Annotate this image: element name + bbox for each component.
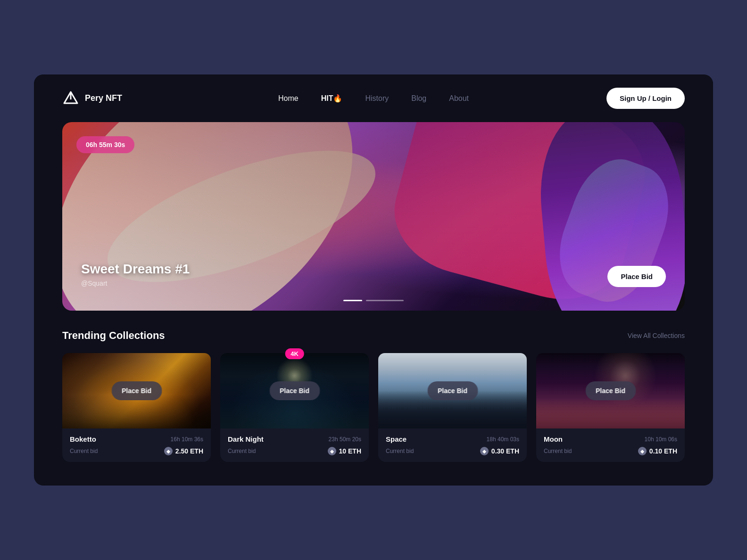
logo-text: Pery NFT xyxy=(85,93,122,103)
boketto-bid-value: ◆ 2.50 ETH xyxy=(164,447,203,455)
moon-card-info: Moon 10h 10m 06s Current bid ◆ 0.10 ETH xyxy=(536,428,685,462)
logo-area: Pery NFT xyxy=(62,90,122,107)
space-row2: Current bid ◆ 0.30 ETH xyxy=(386,447,519,455)
darknight-bid-label: Current bid xyxy=(228,448,256,454)
card-image-space: Place Bid xyxy=(378,353,527,428)
cards-grid: Place Bid Boketto 16h 10m 36s Current bi… xyxy=(62,353,685,462)
moon-eth-icon: ◆ xyxy=(638,447,647,455)
card-darknight: 4K Place Bid Dark Night 23h 50m 20s Curr… xyxy=(220,353,369,462)
trending-title: Trending Collections xyxy=(62,329,165,342)
card-image-boketto: Place Bid xyxy=(62,353,211,428)
nav-item-history[interactable]: History xyxy=(365,94,389,103)
darknight-place-bid-button[interactable]: Place Bid xyxy=(269,381,320,400)
hero-dot-1[interactable] xyxy=(343,300,362,301)
nav-item-blog[interactable]: Blog xyxy=(411,94,426,103)
hero-content: Sweet Dreams #1 @Squart xyxy=(81,262,190,287)
nav-item-hit[interactable]: HIT🔥 xyxy=(321,94,343,103)
space-place-bid-button[interactable]: Place Bid xyxy=(427,381,478,400)
space-name: Space xyxy=(386,435,407,443)
hero-dots xyxy=(343,300,404,301)
space-bid-label: Current bid xyxy=(386,448,414,454)
hero-timer: 06h 55m 30s xyxy=(76,136,134,153)
card-moon: Place Bid Moon 10h 10m 06s Current bid ◆… xyxy=(536,353,685,462)
boketto-row1: Boketto 16h 10m 36s xyxy=(70,435,203,443)
darknight-row2: Current bid ◆ 10 ETH xyxy=(228,447,361,455)
card-image-darknight: Place Bid xyxy=(220,353,369,428)
moon-row1: Moon 10h 10m 06s xyxy=(544,435,677,443)
moon-timer: 10h 10m 06s xyxy=(645,436,677,443)
moon-row2: Current bid ◆ 0.10 ETH xyxy=(544,447,677,455)
space-card-info: Space 18h 40m 03s Current bid ◆ 0.30 ETH xyxy=(378,428,527,462)
darknight-bid-value: ◆ 10 ETH xyxy=(328,447,361,455)
trending-header: Trending Collections View All Collection… xyxy=(62,329,685,342)
card-boketto: Place Bid Boketto 16h 10m 36s Current bi… xyxy=(62,353,211,462)
hero-author: @Squart xyxy=(81,280,190,287)
space-bid-value: ◆ 0.30 ETH xyxy=(480,447,519,455)
boketto-card-info: Boketto 16h 10m 36s Current bid ◆ 2.50 E… xyxy=(62,428,211,462)
nav-item-about[interactable]: About xyxy=(449,94,469,103)
darknight-timer: 23h 50m 20s xyxy=(329,436,361,443)
darknight-name: Dark Night xyxy=(228,435,264,443)
moon-bid-value: ◆ 0.10 ETH xyxy=(638,447,677,455)
nav: Home HIT🔥 History Blog About xyxy=(278,94,469,103)
nav-item-home[interactable]: Home xyxy=(278,94,299,103)
space-timer: 18h 40m 03s xyxy=(487,436,519,443)
hero-title: Sweet Dreams #1 xyxy=(81,262,190,277)
boketto-bid-amount: 2.50 ETH xyxy=(175,447,203,455)
space-row1: Space 18h 40m 03s xyxy=(386,435,519,443)
header: Pery NFT Home HIT🔥 History Blog About Si… xyxy=(34,74,713,122)
signup-button[interactable]: Sign Up / Login xyxy=(606,88,685,109)
logo-icon xyxy=(62,90,79,107)
card-image-moon: Place Bid xyxy=(536,353,685,428)
darknight-card-info: Dark Night 23h 50m 20s Current bid ◆ 10 … xyxy=(220,428,369,462)
boketto-row2: Current bid ◆ 2.50 ETH xyxy=(70,447,203,455)
boketto-place-bid-button[interactable]: Place Bid xyxy=(111,381,162,400)
space-eth-icon: ◆ xyxy=(480,447,489,455)
hero-dot-2[interactable] xyxy=(366,300,404,301)
view-all-link[interactable]: View All Collections xyxy=(628,332,685,339)
boketto-timer: 16h 10m 36s xyxy=(171,436,203,443)
moon-name: Moon xyxy=(544,435,563,443)
card-space: Place Bid Space 18h 40m 03s Current bid … xyxy=(378,353,527,462)
app-container: Pery NFT Home HIT🔥 History Blog About Si… xyxy=(34,74,713,486)
moon-bid-label: Current bid xyxy=(544,448,572,454)
boketto-eth-icon: ◆ xyxy=(164,447,173,455)
boketto-bid-label: Current bid xyxy=(70,448,98,454)
moon-place-bid-button[interactable]: Place Bid xyxy=(585,381,636,400)
hero-banner: 06h 55m 30s Sweet Dreams #1 @Squart Plac… xyxy=(62,122,685,311)
boketto-name: Boketto xyxy=(70,435,96,443)
darknight-row1: Dark Night 23h 50m 20s xyxy=(228,435,361,443)
badge-4k: 4K xyxy=(285,348,304,359)
hero-bid-button[interactable]: Place Bid xyxy=(607,266,666,287)
space-bid-amount: 0.30 ETH xyxy=(491,447,519,455)
darknight-bid-amount: 10 ETH xyxy=(339,447,361,455)
moon-bid-amount: 0.10 ETH xyxy=(649,447,677,455)
mountain-silhouette xyxy=(536,398,685,428)
trending-section: Trending Collections View All Collection… xyxy=(34,329,713,486)
darknight-eth-icon: ◆ xyxy=(328,447,336,455)
